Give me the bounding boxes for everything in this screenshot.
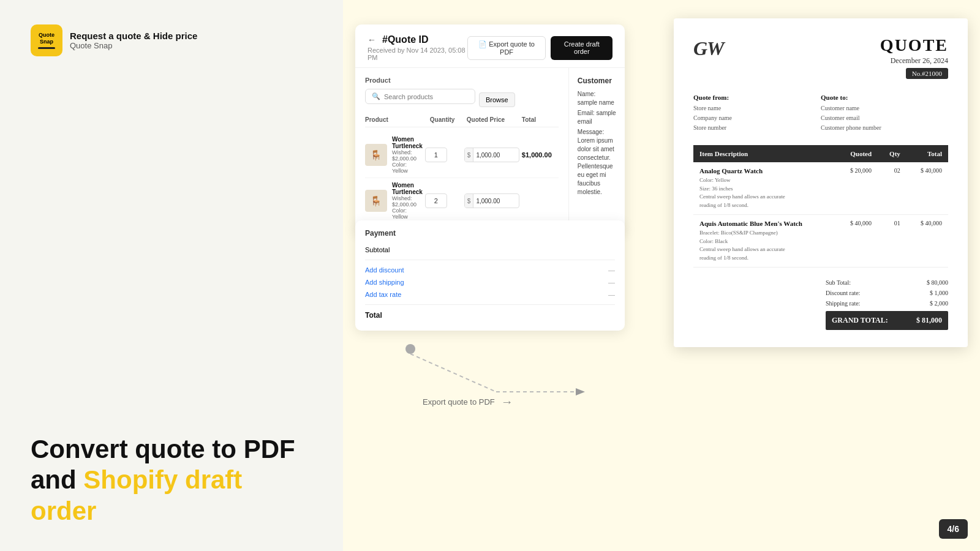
row-total: $1,000.00: [522, 151, 559, 159]
pdf-item-total: $ 40,000: [907, 162, 948, 215]
quantity-input[interactable]: [425, 148, 447, 162]
app-subtitle: Quote Snap: [70, 41, 197, 50]
search-bar: 🔍: [365, 89, 475, 104]
pdf-preview: GW QUOTE December 26, 2024 No.#21000 Quo…: [674, 18, 968, 347]
pdf-item-qty: 01: [878, 215, 907, 268]
browse-button[interactable]: Browse: [479, 92, 515, 107]
pdf-from: Quote from: Store name Company name Stor…: [693, 94, 821, 133]
subtotal-row: Sub Total: $ 80,000: [826, 277, 948, 288]
dollar-sign: $: [465, 148, 474, 162]
pdf-item-qty: 02: [878, 162, 907, 215]
product-info: 🪑 Women Turtleneck Wished: $2,000.00 Col…: [365, 182, 423, 220]
discount-dash: —: [608, 266, 615, 274]
col-quantity: Quantity: [430, 116, 467, 123]
add-shipping-link[interactable]: Add shipping: [365, 279, 404, 286]
pdf-address-row: Quote from: Store name Company name Stor…: [693, 94, 948, 133]
right-panel: ← #Quote ID Received by Nov 14 2023, 05:…: [343, 0, 980, 551]
pdf-totals-area: Sub Total: $ 80,000 Discount rate: $ 1,0…: [693, 277, 948, 330]
price-value-input[interactable]: [473, 152, 504, 159]
tax-row: Add tax rate —: [365, 288, 615, 301]
pdf-quote-date: December 26, 2024: [880, 56, 948, 66]
pdf-to-label: Quote to:: [821, 94, 948, 101]
product-thumbnail: 🪑: [365, 190, 387, 212]
table-row: Analog Quartz Watch Color: YellowSize: 3…: [693, 162, 948, 215]
search-icon: 🔍: [372, 92, 380, 100]
pdf-item-name: Aquis Automatic Blue Men's Watch: [699, 220, 830, 227]
price-value-input[interactable]: [473, 198, 504, 204]
product-info: 🪑 Women Turtleneck Wished: $2,000.00 Col…: [365, 136, 423, 174]
pdf-col-total: Total: [907, 145, 948, 162]
customer-name: Name: sample name: [578, 90, 616, 107]
customer-info: Name: sample name Email: sample email Me…: [578, 90, 616, 197]
product-wished: Wished: $2,000.00: [392, 195, 423, 208]
payment-section-label: Payment: [365, 229, 615, 238]
quote-form-card: ← #Quote ID Received by Nov 14 2023, 05:…: [355, 24, 625, 233]
product-section: Product 🔍 Browse Product Quantity Quoted…: [355, 68, 569, 233]
card-header: ← #Quote ID Received by Nov 14 2023, 05:…: [355, 24, 625, 68]
logo-area: Quote Snap Request a quote & Hide price …: [31, 24, 312, 56]
discount-label: Discount rate:: [826, 290, 860, 296]
subtotal-value: $ 80,000: [927, 279, 948, 286]
export-pdf-button[interactable]: 📄 Export quote to PDF: [467, 36, 546, 60]
pdf-totals: Sub Total: $ 80,000 Discount rate: $ 1,0…: [826, 277, 948, 330]
grand-total-label: GRAND TOTAL:: [832, 316, 888, 325]
product-name: Women Turtleneck: [392, 182, 423, 195]
heading-line1: Convert quote to PDF and Shopify draft o…: [31, 434, 312, 527]
table-header: Product Quantity Quoted Price Total: [365, 116, 559, 127]
pdf-logo-svg: GW: [693, 36, 736, 60]
pdf-item-name: Analog Quartz Watch: [699, 167, 830, 174]
pdf-from-company: Company name: [693, 113, 821, 123]
pdf-col-description: Item Description: [693, 145, 836, 162]
pdf-item-detail: Bracelet: Bico(SS&IP Champagne)Color: Bl…: [699, 229, 830, 262]
main-heading: Convert quote to PDF and Shopify draft o…: [31, 434, 312, 527]
pdf-quote-number: No.#21000: [906, 68, 948, 79]
grand-total-value: $ 81,000: [916, 316, 942, 325]
add-discount-link[interactable]: Add discount: [365, 266, 404, 274]
subtotal-label: Subtotal: [365, 246, 390, 253]
shipping-row: Add shipping —: [365, 276, 615, 288]
product-details: Women Turtleneck Wished: $2,000.00 Color…: [392, 136, 423, 174]
quantity-input[interactable]: [425, 193, 447, 208]
svg-marker-3: [576, 388, 585, 395]
header-buttons: 📄 Export quote to PDF Create draft order: [467, 36, 612, 60]
left-panel: Quote Snap Request a quote & Hide price …: [0, 0, 343, 551]
col-product: Product: [365, 116, 430, 123]
received-date: Received by Nov 14 2023, 05:08 PM: [368, 47, 467, 61]
pdf-item-quoted: $ 40,000: [836, 215, 878, 268]
app-logo: Quote Snap: [31, 24, 62, 56]
product-name: Women Turtleneck: [392, 136, 423, 149]
pdf-item-total: $ 40,000: [907, 215, 948, 268]
pdf-item-detail: Color: YellowSize: 36 inchesCentral swee…: [699, 176, 830, 209]
export-arrow-area: Export quote to PDF →: [374, 337, 619, 422]
payment-divider: [365, 260, 615, 260]
pdf-from-store-name: Store name: [693, 103, 821, 113]
table-row: 🪑 Women Turtleneck Wished: $2,000.00 Col…: [365, 132, 559, 178]
pdf-item-quoted: $ 20,000: [836, 162, 878, 215]
card-body: Product 🔍 Browse Product Quantity Quoted…: [355, 68, 625, 233]
quote-id: #Quote ID: [382, 34, 429, 45]
customer-email: Email: sample email: [578, 109, 616, 126]
product-color: Color: Yellow: [392, 208, 423, 220]
col-quoted-price: Quoted Price: [467, 116, 522, 123]
customer-section-label: Customer: [578, 77, 616, 85]
search-input[interactable]: [384, 93, 469, 100]
svg-point-0: [405, 344, 415, 354]
page-indicator: 4/6: [939, 519, 968, 539]
search-row: 🔍 Browse: [365, 89, 559, 110]
pdf-header: GW QUOTE December 26, 2024 No.#21000: [693, 36, 948, 79]
product-wished: Wished: $2,000.00: [392, 149, 423, 162]
product-details: Women Turtleneck Wished: $2,000.00 Color…: [392, 182, 423, 220]
col-total: Total: [522, 116, 559, 123]
pdf-logo: GW: [693, 36, 736, 64]
table-row: Aquis Automatic Blue Men's Watch Bracele…: [693, 215, 948, 268]
pdf-from-label: Quote from:: [693, 94, 821, 101]
create-draft-button[interactable]: Create draft order: [551, 36, 612, 60]
svg-line-1: [410, 354, 496, 392]
shipping-value: $ 2,000: [930, 300, 948, 307]
pdf-from-number: Store number: [693, 123, 821, 133]
back-arrow-icon[interactable]: ←: [368, 35, 376, 45]
pdf-items-table: Item Description Quoted Qty Total Analog…: [693, 145, 948, 268]
price-input: $: [464, 193, 519, 208]
add-tax-link[interactable]: Add tax rate: [365, 291, 401, 298]
customer-message: Message: Lorem ipsum dolor sit amet cons…: [578, 128, 616, 197]
